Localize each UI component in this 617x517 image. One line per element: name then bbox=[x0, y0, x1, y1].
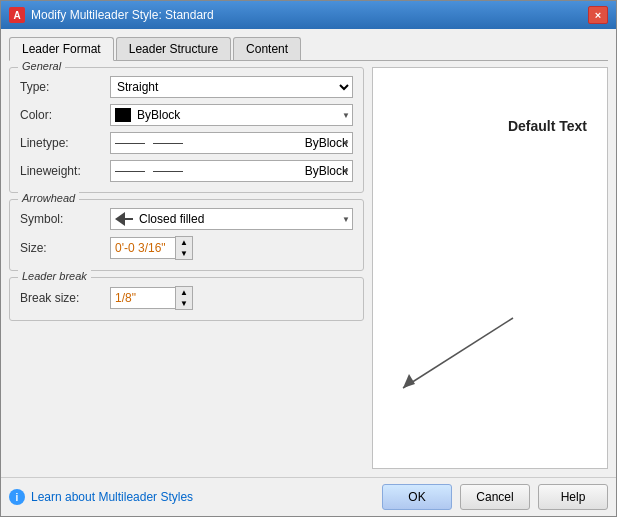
learn-link-text: Learn about Multileader Styles bbox=[31, 490, 193, 504]
tab-leader-format[interactable]: Leader Format bbox=[9, 37, 114, 61]
close-button[interactable]: × bbox=[588, 6, 608, 24]
dialog-title: Modify Multileader Style: Standard bbox=[31, 8, 214, 22]
dialog: A Modify Multileader Style: Standard × L… bbox=[0, 0, 617, 517]
linetype-row: Linetype: ByBlock ▼ bbox=[20, 132, 353, 154]
dialog-body: Leader Format Leader Structure Content G… bbox=[1, 29, 616, 477]
left-panel: General Type: StraightSplineNone Color: bbox=[9, 67, 364, 469]
lw-dash1 bbox=[115, 171, 145, 172]
lineweight-control: ByBlock ▼ bbox=[110, 160, 353, 182]
size-decrement-button[interactable]: ▼ bbox=[176, 248, 192, 259]
preview-leader-line bbox=[383, 288, 543, 408]
tab-bar: Leader Format Leader Structure Content bbox=[9, 37, 608, 61]
title-bar: A Modify Multileader Style: Standard × bbox=[1, 1, 616, 29]
size-spinner-buttons: ▲ ▼ bbox=[175, 236, 193, 260]
symbol-value: Closed filled bbox=[139, 212, 204, 226]
color-control: ByBlock ▼ bbox=[110, 104, 353, 126]
lineweight-dash bbox=[115, 171, 305, 172]
type-control: StraightSplineNone bbox=[110, 76, 353, 98]
size-row: Size: ▲ ▼ bbox=[20, 236, 353, 260]
color-value: ByBlock bbox=[137, 108, 180, 122]
app-icon: A bbox=[9, 7, 25, 23]
break-size-decrement-button[interactable]: ▼ bbox=[176, 298, 192, 309]
color-swatch bbox=[115, 108, 131, 122]
leader-break-section-title: Leader break bbox=[18, 270, 91, 282]
tab-content[interactable]: Content bbox=[233, 37, 301, 60]
symbol-select[interactable]: Closed filled ▼ bbox=[110, 208, 353, 230]
ok-button[interactable]: OK bbox=[382, 484, 452, 510]
type-select[interactable]: StraightSplineNone bbox=[110, 76, 353, 98]
svg-rect-1 bbox=[125, 218, 133, 220]
break-size-spinner-wrap: ▲ ▼ bbox=[110, 286, 353, 310]
leader-break-section: Leader break Break size: ▲ ▼ bbox=[9, 277, 364, 321]
linetype-dropdown-arrow: ▼ bbox=[342, 139, 350, 148]
svg-line-2 bbox=[403, 318, 513, 388]
learn-link[interactable]: i Learn about Multileader Styles bbox=[9, 489, 193, 505]
color-dropdown-arrow: ▼ bbox=[342, 111, 350, 120]
break-size-control: ▲ ▼ bbox=[110, 286, 353, 310]
lineweight-label: Lineweight: bbox=[20, 164, 110, 178]
title-bar-left: A Modify Multileader Style: Standard bbox=[9, 7, 214, 23]
lineweight-row: Lineweight: ByBlock ▼ bbox=[20, 160, 353, 182]
type-row: Type: StraightSplineNone bbox=[20, 76, 353, 98]
dash2 bbox=[153, 143, 183, 144]
cancel-button[interactable]: Cancel bbox=[460, 484, 530, 510]
lineweight-select[interactable]: ByBlock ▼ bbox=[110, 160, 353, 182]
break-size-row: Break size: ▲ ▼ bbox=[20, 286, 353, 310]
preview-panel: Default Text bbox=[372, 67, 608, 469]
color-label: Color: bbox=[20, 108, 110, 122]
lw-dash2 bbox=[153, 171, 183, 172]
break-size-input[interactable] bbox=[110, 287, 175, 309]
symbol-control: Closed filled ▼ bbox=[110, 208, 353, 230]
dash1 bbox=[115, 143, 145, 144]
info-icon: i bbox=[9, 489, 25, 505]
arrowhead-section: Arrowhead Symbol: Closed filled ▼ bbox=[9, 199, 364, 271]
color-select[interactable]: ByBlock ▼ bbox=[110, 104, 353, 126]
general-section-title: General bbox=[18, 60, 65, 72]
symbol-dropdown-arrow: ▼ bbox=[342, 215, 350, 224]
size-control: ▲ ▼ bbox=[110, 236, 353, 260]
symbol-label: Symbol: bbox=[20, 212, 110, 226]
tab-leader-structure[interactable]: Leader Structure bbox=[116, 37, 231, 60]
button-group: OK Cancel Help bbox=[382, 484, 608, 510]
linetype-select[interactable]: ByBlock ▼ bbox=[110, 132, 353, 154]
arrowhead-icon bbox=[115, 212, 133, 226]
main-content: General Type: StraightSplineNone Color: bbox=[9, 67, 608, 469]
break-size-increment-button[interactable]: ▲ bbox=[176, 287, 192, 298]
preview-text: Default Text bbox=[508, 118, 587, 134]
bottom-bar: i Learn about Multileader Styles OK Canc… bbox=[1, 477, 616, 516]
symbol-row: Symbol: Closed filled ▼ bbox=[20, 208, 353, 230]
linetype-dash bbox=[115, 143, 305, 144]
linetype-label: Linetype: bbox=[20, 136, 110, 150]
break-size-label: Break size: bbox=[20, 291, 110, 305]
size-input[interactable] bbox=[110, 237, 175, 259]
general-section: General Type: StraightSplineNone Color: bbox=[9, 67, 364, 193]
size-spinner-wrap: ▲ ▼ bbox=[110, 236, 353, 260]
size-label: Size: bbox=[20, 241, 110, 255]
help-button[interactable]: Help bbox=[538, 484, 608, 510]
color-row: Color: ByBlock ▼ bbox=[20, 104, 353, 126]
lineweight-dropdown-arrow: ▼ bbox=[342, 167, 350, 176]
type-label: Type: bbox=[20, 80, 110, 94]
linetype-control: ByBlock ▼ bbox=[110, 132, 353, 154]
svg-marker-0 bbox=[115, 212, 125, 226]
preview-canvas: Default Text bbox=[373, 68, 607, 468]
arrowhead-section-title: Arrowhead bbox=[18, 192, 79, 204]
break-size-spinner-buttons: ▲ ▼ bbox=[175, 286, 193, 310]
size-increment-button[interactable]: ▲ bbox=[176, 237, 192, 248]
